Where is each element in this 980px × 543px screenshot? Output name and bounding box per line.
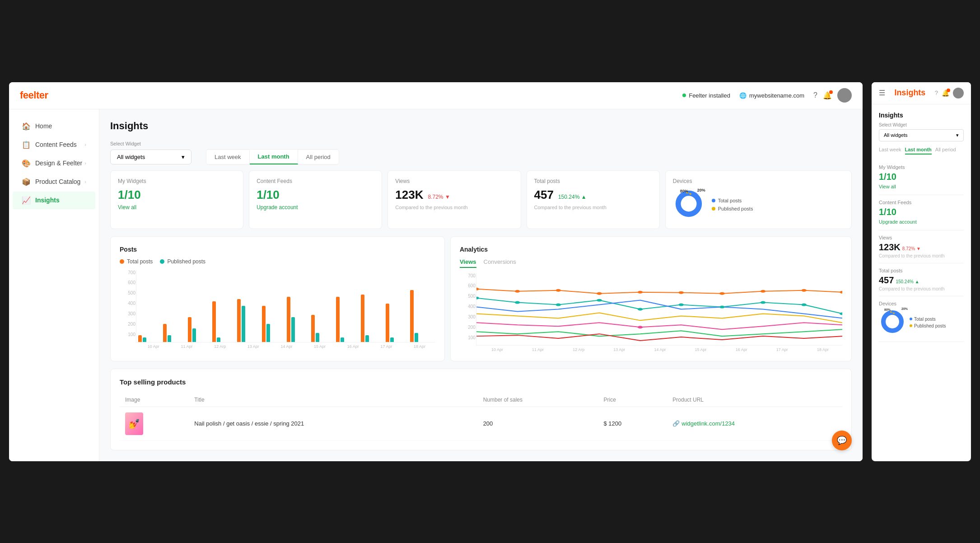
sidebar-label-product-catalog: Product Catalog [35, 178, 80, 185]
tab-all-period[interactable]: All period [298, 150, 339, 164]
sidebar-item-insights[interactable]: 📈 Insights [13, 192, 95, 209]
chat-button[interactable]: 💬 [832, 431, 852, 450]
product-title-cell: Nail polish / get oasis / essie / spring… [189, 407, 477, 440]
total-posts-label: Total posts [534, 178, 652, 184]
svg-point-7 [638, 290, 643, 293]
sidebar-label-content-feeds: Content Feeds [35, 141, 77, 148]
rp-notification-dot [947, 89, 950, 92]
x-label-15apr: 15 Apr [304, 344, 336, 349]
product-link[interactable]: 🔗 widgetlink.com/1234 [672, 420, 837, 427]
rp-views-label: Views [879, 235, 964, 240]
y-label-300: 300 [120, 311, 135, 316]
rp-help-button[interactable]: ? [935, 89, 938, 96]
sidebar-item-content-feeds[interactable]: 📋 Content Feeds › [13, 136, 95, 154]
analytics-x-labels: 10 Apr 11 Apr 12 Arp 13 Apr 14 Apr 15 Ap… [460, 347, 842, 352]
installed-badge: Feelter installed [682, 92, 730, 99]
views-value: 123K [395, 188, 423, 202]
svg-point-23 [638, 326, 643, 328]
widget-select-value: All widgets [117, 154, 145, 160]
analytics-svg [476, 273, 842, 345]
sidebar-label-insights: Insights [35, 197, 60, 204]
rp-tab-last-month[interactable]: Last month [905, 147, 932, 154]
globe-icon: 🌐 [739, 92, 747, 99]
rp-widget-select[interactable]: All widgets ▾ [879, 129, 964, 141]
my-widgets-link[interactable]: View all [118, 204, 136, 211]
period-tabs: Last week Last month All period [206, 149, 339, 165]
products-table: Image Title Number of sales Price Produc… [120, 393, 842, 441]
rp-total-posts-note: Compared to the previous month [879, 286, 964, 291]
y-label-400: 400 [120, 301, 135, 306]
header-icons: ? 🔔 [813, 88, 852, 103]
bar-teal [316, 333, 319, 342]
rp-views: Views 123K 8.72% ▼ Compared to the previ… [879, 230, 964, 263]
notification-dot [829, 90, 833, 94]
svg-point-4 [515, 290, 520, 292]
tab-last-week[interactable]: Last week [206, 150, 250, 164]
rp-my-widgets-value: 1/10 [879, 172, 964, 182]
rp-content-feeds-link[interactable]: Upgrade account [879, 219, 917, 225]
analytics-chart-title: Analytics [460, 246, 842, 253]
views-note: Compared to the previous month [395, 205, 513, 210]
website-name: mywebsitename.com [749, 92, 804, 99]
bar-orange [138, 335, 142, 342]
product-sales-cell: 200 [478, 407, 598, 440]
bar-teal [217, 337, 220, 342]
posts-chart-legend: Total posts Published posts [120, 258, 435, 265]
widget-select-dropdown[interactable]: All widgets ▾ [110, 150, 191, 164]
svg-point-15 [555, 303, 561, 306]
svg-point-9 [719, 292, 725, 295]
link-icon: 🔗 [672, 420, 680, 427]
bar-orange [410, 290, 414, 342]
bar-group-5 [237, 299, 261, 342]
tab-last-month[interactable]: Last month [250, 150, 298, 164]
x-label-11apr: 11 Apr [171, 344, 203, 349]
rp-tab-last-week[interactable]: Last week [879, 147, 901, 154]
right-panel-header: ☰ Insights ? 🔔 [872, 82, 971, 104]
tab-conversions[interactable]: Conversions [484, 258, 516, 268]
rp-my-widgets-link[interactable]: View all [879, 184, 896, 189]
rp-views-change: 8.72% ▼ [902, 246, 921, 251]
avatar[interactable] [837, 88, 852, 103]
rp-tab-all-period[interactable]: All period [935, 147, 956, 154]
bar-orange [212, 301, 216, 342]
bar-group-3 [188, 317, 211, 342]
tab-views[interactable]: Views [460, 258, 476, 268]
x-label-12apr: 12 Arp [204, 344, 236, 349]
notifications-button[interactable]: 🔔 [823, 91, 832, 100]
bar-orange [237, 299, 241, 342]
x-label-18apr: 18 Apr [404, 344, 435, 349]
x-labels: 10 Apr 11 Apr 12 Arp 13 Apr 14 Apr 15 Ap… [120, 344, 435, 349]
chevron-icon: › [84, 160, 86, 166]
bar-teal [242, 306, 245, 342]
content-feeds-link[interactable]: Upgrade account [257, 204, 298, 211]
x-label-13apr: 13 Apr [238, 344, 269, 349]
select-widget-label: Select Widget [110, 141, 852, 146]
svg-point-11 [801, 289, 807, 291]
legend-total-posts-label: Total posts [718, 198, 742, 203]
help-button[interactable]: ? [813, 91, 817, 99]
bar-teal [168, 335, 171, 342]
bar-teal [365, 335, 369, 342]
total-posts-dot [712, 199, 715, 202]
rp-select-label: Select Widget [879, 122, 964, 127]
bar-orange [361, 295, 364, 342]
rp-notifications-button[interactable]: 🔔 [942, 89, 949, 97]
hamburger-button[interactable]: ☰ [879, 89, 885, 97]
sidebar-item-design[interactable]: 🎨 Design & Feelter › [13, 154, 95, 172]
devices-label: Devices [673, 178, 844, 184]
rp-avatar[interactable] [953, 88, 964, 98]
rp-published-posts-dot [910, 324, 912, 327]
bar-orange [336, 297, 340, 342]
rp-views-value: 123K [879, 242, 901, 253]
sidebar-item-product-catalog[interactable]: 📦 Product Catalog › [13, 173, 95, 191]
total-posts-note: Compared to the previous month [534, 205, 652, 210]
y-label-600: 600 [120, 280, 135, 285]
col-title: Title [189, 393, 477, 407]
svg-point-16 [597, 299, 602, 301]
svg-point-5 [555, 289, 561, 291]
logo: feelter [20, 89, 48, 101]
sidebar-item-home[interactable]: 🏠 Home [13, 117, 95, 135]
total-posts-change: 150.24% ▲ [558, 194, 587, 200]
published-posts-color [160, 259, 164, 264]
donut-legend: Total posts Published posts [712, 198, 753, 211]
